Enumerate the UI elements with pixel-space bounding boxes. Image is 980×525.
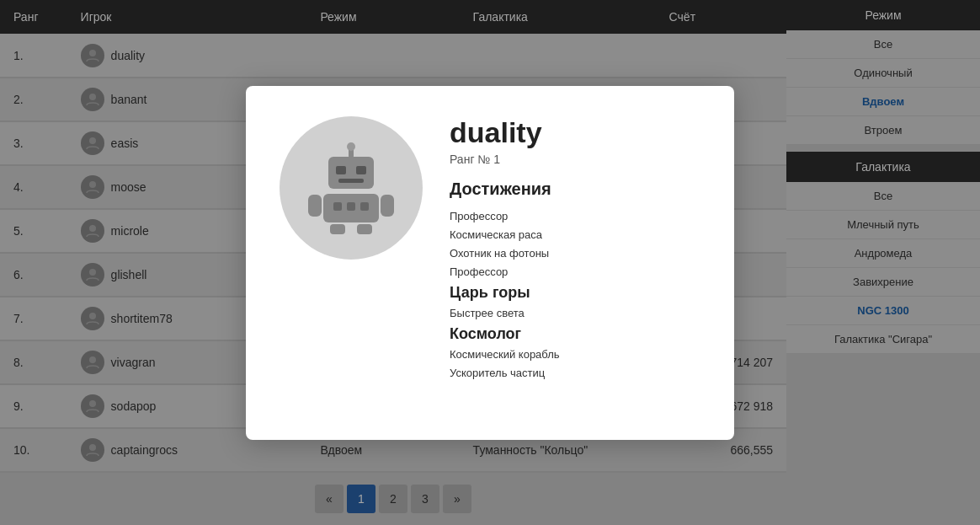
achievement-item: Космолог	[450, 323, 700, 346]
achievement-item: Ускоритель частиц	[450, 364, 700, 383]
achievement-item: Профессор	[450, 263, 700, 281]
modal-content: duality Ранг № 1 Достижения ПрофессорКос…	[450, 116, 700, 410]
achievement-item: Космический корабль	[450, 346, 700, 364]
svg-rect-12	[356, 166, 366, 174]
achievement-item: Царь горы	[450, 281, 700, 304]
achievement-item: Быстрее света	[450, 304, 700, 323]
svg-rect-13	[338, 179, 364, 183]
modal-achievements-title: Достижения	[450, 179, 700, 199]
achievement-item: Космическая раса	[450, 226, 700, 244]
svg-rect-22	[330, 224, 345, 234]
svg-rect-11	[336, 166, 346, 174]
svg-rect-20	[308, 195, 322, 217]
modal-achievements-list: ПрофессорКосмическая расаОхотник на фото…	[450, 207, 700, 383]
profile-modal: duality Ранг № 1 Достижения ПрофессорКос…	[246, 86, 734, 440]
modal-avatar	[280, 116, 423, 260]
robot-icon	[305, 142, 397, 234]
modal-overlay[interactable]: duality Ранг № 1 Достижения ПрофессорКос…	[0, 0, 980, 525]
svg-rect-17	[333, 202, 342, 211]
svg-rect-18	[347, 202, 355, 211]
svg-rect-19	[360, 202, 369, 211]
svg-rect-10	[328, 157, 374, 189]
achievement-item: Профессор	[450, 207, 700, 226]
modal-rank: Ранг № 1	[450, 153, 700, 166]
svg-point-15	[347, 142, 355, 151]
svg-rect-23	[357, 224, 372, 234]
achievement-item: Охотник на фотоны	[450, 244, 700, 263]
modal-username: duality	[450, 116, 700, 149]
svg-rect-21	[381, 195, 394, 217]
